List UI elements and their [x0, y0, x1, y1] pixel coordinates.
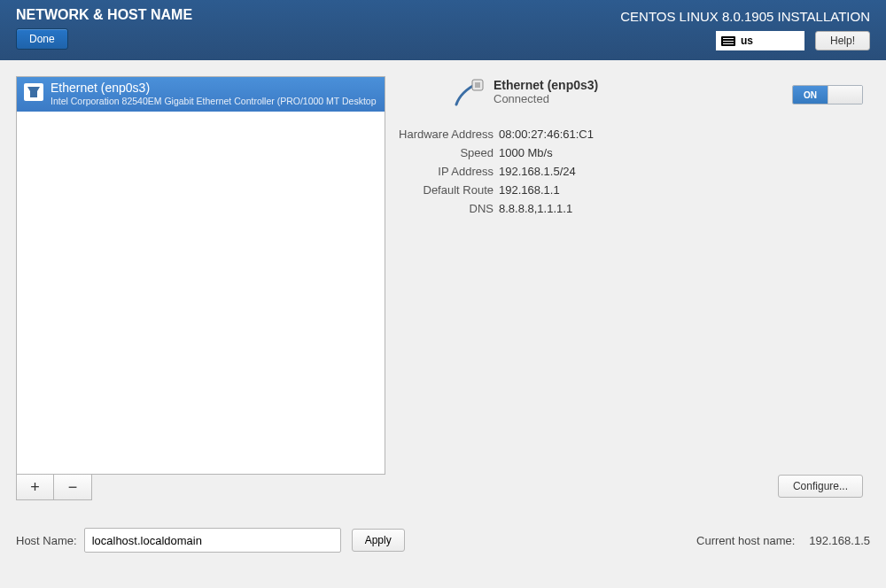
svg-rect-1	[475, 82, 480, 88]
hostname-input[interactable]	[84, 528, 341, 553]
current-hostname-label: Current host name:	[696, 534, 795, 547]
connection-details: Hardware Address 08:00:27:46:61:C1 Speed…	[398, 128, 870, 215]
configure-button[interactable]: Configure...	[778, 475, 863, 498]
page-title: NETWORK & HOST NAME	[16, 7, 192, 23]
interface-list-item[interactable]: Ethernet (enp0s3) Intel Corporation 8254…	[17, 77, 385, 112]
hostname-label: Host Name:	[16, 534, 77, 547]
label-speed: Speed	[398, 146, 494, 159]
apply-button[interactable]: Apply	[352, 529, 405, 552]
ethernet-icon	[24, 83, 43, 101]
label-ip-address: IP Address	[398, 165, 494, 178]
keyboard-icon	[721, 36, 735, 46]
value-dns: 8.8.8.8,1.1.1.1	[499, 202, 870, 215]
value-speed: 1000 Mb/s	[499, 146, 870, 159]
label-default-route: Default Route	[398, 183, 494, 197]
hostname-bar: Host Name: Apply Current host name: 192.…	[16, 528, 870, 553]
connection-toggle[interactable]: ON	[792, 85, 863, 104]
interface-description: Intel Corporation 82540EM Gigabit Ethern…	[51, 96, 377, 107]
label-hardware-address: Hardware Address	[398, 128, 494, 141]
done-button[interactable]: Done	[16, 28, 68, 50]
header-right: CENTOS LINUX 8.0.1905 INSTALLATION us He…	[620, 4, 870, 60]
help-button[interactable]: Help!	[815, 31, 870, 50]
header-left: NETWORK & HOST NAME Done	[16, 4, 192, 60]
toggle-on-label: ON	[793, 86, 828, 104]
connection-status: Connected	[494, 92, 598, 105]
keyboard-layout-label: us	[741, 35, 753, 47]
label-dns: DNS	[398, 202, 494, 215]
interface-name: Ethernet (enp0s3)	[51, 81, 377, 96]
remove-interface-button[interactable]: −	[54, 475, 91, 499]
connection-title: Ethernet (enp0s3)	[494, 78, 598, 92]
keyboard-layout-indicator[interactable]: us	[716, 31, 804, 50]
value-default-route: 192.168.1.1	[499, 183, 870, 197]
value-hardware-address: 08:00:27:46:61:C1	[499, 128, 870, 141]
header-bar: NETWORK & HOST NAME Done CENTOS LINUX 8.…	[0, 0, 886, 60]
current-hostname-value: 192.168.1.5	[809, 534, 870, 547]
value-ip-address: 192.168.1.5/24	[499, 165, 870, 178]
add-interface-button[interactable]: +	[17, 475, 54, 499]
ethernet-plug-icon	[451, 78, 485, 112]
add-remove-toolbar: + −	[16, 475, 92, 500]
distro-title: CENTOS LINUX 8.0.1905 INSTALLATION	[620, 9, 870, 24]
toggle-knob	[828, 86, 862, 104]
interface-list[interactable]: Ethernet (enp0s3) Intel Corporation 8254…	[16, 76, 385, 475]
